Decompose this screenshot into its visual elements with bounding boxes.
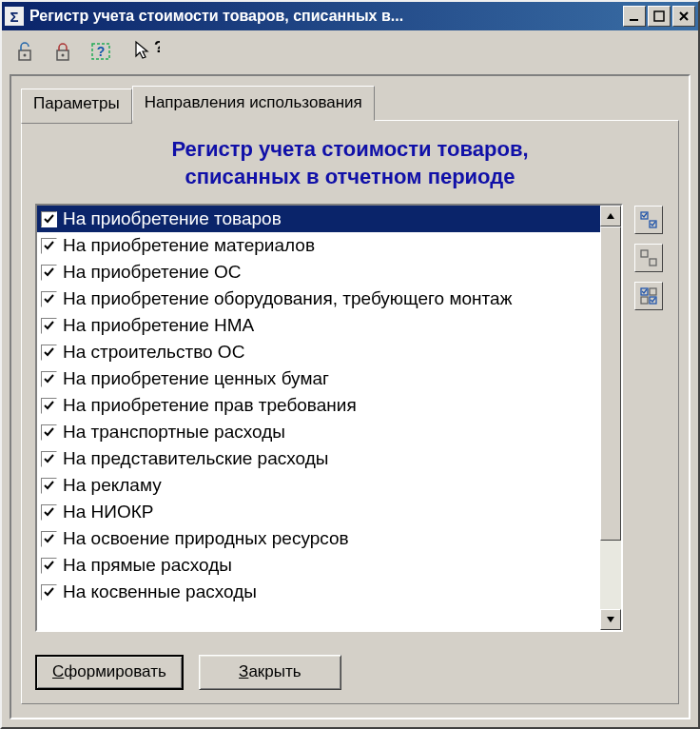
checkbox-icon[interactable] (41, 584, 57, 601)
svg-rect-13 (641, 297, 648, 304)
list-item-label: На приобретение оборудования, требующего… (63, 286, 512, 311)
list-item-label: На НИОКР (63, 500, 153, 524)
checkbox-icon[interactable] (41, 451, 57, 467)
scroll-track[interactable] (600, 227, 621, 609)
list-item-label: На строительство ОС (63, 340, 244, 364)
list-area: На приобретение товаровНа приобретение м… (35, 204, 665, 632)
generate-button[interactable]: Сформировать (35, 655, 184, 690)
svg-rect-10 (650, 259, 656, 266)
tab-directions[interactable]: Направления использования (132, 86, 375, 121)
checkbox-icon[interactable] (41, 531, 57, 547)
svg-rect-12 (650, 288, 656, 295)
check-all-button[interactable] (634, 206, 663, 234)
invert-selection-button[interactable] (634, 282, 663, 310)
titlebar: Σ Регистр учета стоимости товаров, списа… (2, 2, 698, 30)
checkbox-icon[interactable] (41, 265, 57, 281)
list-item-label: На приобретение прав требования (63, 393, 357, 418)
list-item[interactable]: На приобретение материалов (37, 232, 600, 259)
list-frame: На приобретение товаровНа приобретение м… (35, 204, 623, 632)
checkbox-icon[interactable] (41, 504, 57, 521)
list-item[interactable]: На приобретение прав требования (37, 392, 600, 419)
list-item-label: На представительские расходы (63, 446, 328, 471)
checkbox-icon[interactable] (41, 238, 57, 254)
list-scroll: На приобретение товаровНа приобретение м… (37, 206, 600, 630)
list-item-label: На транспортные расходы (63, 420, 285, 444)
vertical-scrollbar[interactable] (600, 206, 621, 630)
cursor-help-icon[interactable]: ? (133, 38, 160, 65)
checkbox-icon[interactable] (41, 318, 57, 334)
side-buttons (632, 204, 665, 632)
heading-line1: Регистр учета стоимости товаров, (35, 136, 665, 164)
page-heading: Регистр учета стоимости товаров, списанн… (35, 136, 665, 190)
scroll-down-button[interactable] (600, 609, 621, 630)
list-item[interactable]: На строительство ОС (37, 339, 600, 365)
svg-point-2 (24, 54, 27, 57)
checkbox-icon[interactable] (41, 398, 57, 414)
checkbox-icon[interactable] (41, 558, 57, 574)
list-item-label: На рекламу (63, 473, 162, 498)
list-item[interactable]: На приобретение товаров (37, 206, 600, 232)
list-item[interactable]: На приобретение ОС (37, 259, 600, 286)
window-controls (623, 6, 695, 27)
close-dialog-button[interactable]: Закрыть (199, 655, 341, 690)
svg-point-3 (62, 54, 65, 57)
window-title: Регистр учета стоимости товаров, списанн… (29, 8, 623, 25)
list-item[interactable]: На представительские расходы (37, 445, 600, 472)
minimize-button[interactable] (623, 6, 646, 27)
list-item[interactable]: На освоение природных ресурсов (37, 525, 600, 552)
content-panel: Параметры Направления использования Реги… (10, 74, 690, 719)
tab-body: Регистр учета стоимости товаров, списанн… (21, 120, 679, 704)
list-item[interactable]: На транспортные расходы (37, 419, 600, 445)
app-icon: Σ (5, 7, 24, 26)
scroll-thumb[interactable] (600, 227, 621, 541)
checkbox-icon[interactable] (41, 424, 57, 441)
list-item[interactable]: На приобретение НМА (37, 312, 600, 339)
list-item[interactable]: На НИОКР (37, 499, 600, 525)
list-item-label: На прямые расходы (63, 553, 232, 578)
svg-rect-9 (641, 250, 648, 257)
list-item[interactable]: На косвенные расходы (37, 579, 600, 605)
list-item-label: На приобретение ОС (63, 260, 242, 285)
close-button[interactable] (672, 6, 695, 27)
tab-strip: Параметры Направления использования (21, 86, 679, 121)
list-item-label: На приобретение НМА (63, 313, 254, 338)
bottom-bar: Сформировать Закрыть (35, 645, 665, 690)
svg-rect-0 (630, 19, 638, 21)
lock-open-icon[interactable] (11, 38, 38, 65)
list-item-label: На приобретение товаров (63, 207, 282, 231)
uncheck-all-button[interactable] (634, 244, 663, 272)
checklist[interactable]: На приобретение товаровНа приобретение м… (37, 206, 600, 630)
svg-text:?: ? (97, 44, 106, 59)
list-item[interactable]: На рекламу (37, 472, 600, 499)
toolbar: ? ? (2, 30, 698, 72)
list-item-label: На косвенные расходы (63, 580, 257, 604)
lock-closed-icon[interactable] (49, 38, 76, 65)
svg-text:?: ? (154, 39, 160, 56)
list-item-label: На освоение природных ресурсов (63, 526, 349, 551)
app-window: Σ Регистр учета стоимости товаров, списа… (0, 0, 700, 729)
list-item-label: На приобретение материалов (63, 233, 315, 258)
checkbox-icon[interactable] (41, 345, 57, 361)
tab-parameters[interactable]: Параметры (21, 89, 132, 124)
help-icon[interactable]: ? (88, 38, 114, 65)
scroll-up-button[interactable] (600, 206, 621, 227)
checkbox-icon[interactable] (41, 291, 57, 307)
checkbox-icon[interactable] (41, 211, 57, 227)
list-item[interactable]: На приобретение оборудования, требующего… (37, 286, 600, 312)
list-item-label: На приобретение ценных бумаг (63, 366, 329, 391)
checkbox-icon[interactable] (41, 478, 57, 494)
svg-rect-1 (654, 11, 664, 21)
heading-line2: списанных в отчетном периоде (35, 164, 665, 191)
list-item[interactable]: На прямые расходы (37, 552, 600, 579)
maximize-button[interactable] (648, 6, 671, 27)
checkbox-icon[interactable] (41, 371, 57, 387)
list-item[interactable]: На приобретение ценных бумаг (37, 365, 600, 392)
